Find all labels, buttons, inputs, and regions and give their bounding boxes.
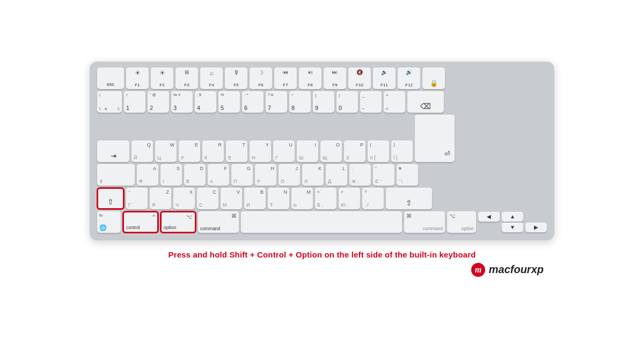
key-l[interactable]: L Д — [326, 164, 347, 186]
key-space[interactable] — [241, 211, 402, 233]
key-f[interactable]: F А — [208, 164, 229, 186]
key-backspace[interactable]: ⌫ — [407, 91, 444, 113]
key-arrow-up[interactable]: ▲ — [502, 212, 523, 222]
key-period[interactable]: > Ю . — [339, 188, 360, 209]
key-esc[interactable]: esc — [97, 68, 124, 89]
number-row: / ± \ § ! 1 " @ 2 № # 3 ; $ 4 % — [97, 91, 547, 113]
zxcv-row: ⇧ ~ Г ` Z Я X Ч C С V М B — [97, 188, 547, 209]
key-comma[interactable]: < Б , — [315, 188, 336, 209]
key-j[interactable]: J О — [279, 164, 300, 186]
key-shift-left[interactable]: ⇧ — [97, 188, 124, 209]
key-b[interactable]: B И — [244, 188, 266, 209]
key-p[interactable]: P З — [344, 141, 365, 162]
key-x[interactable]: X Ч — [173, 188, 195, 209]
key-f8[interactable]: ⏯ F8 — [299, 68, 321, 89]
key-0[interactable]: ) 0 — [336, 91, 358, 113]
key-grave[interactable]: ~ Г ` — [126, 188, 148, 209]
key-o[interactable]: O Щ — [320, 141, 342, 162]
brand-logo: m macfourxp — [471, 262, 544, 277]
key-u[interactable]: U Г — [273, 141, 295, 162]
key-e[interactable]: E У — [179, 141, 200, 162]
key-s[interactable]: S І — [160, 164, 182, 186]
key-f3[interactable]: ⊞ F3 — [175, 68, 198, 89]
key-d[interactable]: D В — [184, 164, 206, 186]
instruction-text: Press and hold Shift + Control + Option … — [168, 250, 475, 259]
brand-text: macfourxp — [489, 263, 544, 276]
key-arrow-left[interactable]: ◀ — [478, 212, 500, 222]
key-command-left[interactable]: ⌘ command — [198, 211, 239, 233]
key-caps[interactable]: ⇪ — [97, 164, 135, 186]
key-q[interactable]: Q Й — [131, 141, 153, 162]
key-quote[interactable]: " Є ' — [373, 164, 394, 186]
key-1[interactable]: ! 1 — [124, 91, 145, 113]
key-shift-right[interactable]: ⇧ — [386, 188, 432, 209]
key-f10[interactable]: 🔇 F10 — [348, 68, 371, 89]
key-6[interactable]: : ^ 6 — [242, 91, 264, 113]
key-9[interactable]: ( 9 — [313, 91, 334, 113]
key-arrow-down[interactable]: ▼ — [502, 223, 523, 232]
key-f7[interactable]: ⏮ F7 — [274, 68, 297, 89]
key-semicolon[interactable]: : Ж ; — [349, 164, 371, 186]
key-c[interactable]: C С — [197, 188, 218, 209]
key-f2[interactable]: ☀ F2 — [151, 68, 173, 89]
key-control[interactable]: ^ control — [123, 211, 158, 233]
key-3[interactable]: № # 3 — [171, 91, 193, 113]
key-bracketL[interactable]: { Х [ — [368, 141, 389, 162]
key-2[interactable]: " @ 2 — [148, 91, 169, 113]
key-f11[interactable]: 🔉 F11 — [373, 68, 396, 89]
key-option-right[interactable]: ⌥ option — [447, 211, 476, 233]
brand-row: m macfourxp — [90, 262, 554, 277]
key-backtick[interactable]: / ± \ § — [97, 91, 122, 113]
key-m[interactable]: M Ь — [291, 188, 313, 209]
key-z[interactable]: Z Я — [150, 188, 171, 209]
key-f4[interactable]: ⌕ F4 — [200, 68, 223, 89]
qwerty-row: ⇥ Q Й W Ц E У R К T Е Y — [97, 115, 547, 162]
key-8[interactable]: * 8 — [289, 91, 311, 113]
key-f1[interactable]: ☀ F1 — [126, 68, 149, 89]
key-h[interactable]: H Р — [255, 164, 276, 186]
key-4[interactable]: ; $ 4 — [195, 91, 216, 113]
key-w[interactable]: W Ц — [155, 141, 177, 162]
key-option-left[interactable]: ⌥ option — [160, 211, 196, 233]
key-y[interactable]: Y Н — [250, 141, 271, 162]
svg-text:m: m — [475, 265, 481, 274]
key-bracketR[interactable]: } Ї ] — [391, 141, 413, 162]
key-k[interactable]: K Л — [302, 164, 324, 186]
key-n[interactable]: N Т — [268, 188, 289, 209]
key-command-right[interactable]: ⌘ command — [404, 211, 445, 233]
key-backslash[interactable]: ə ' \ — [397, 164, 418, 186]
key-equals[interactable]: + = — [384, 91, 405, 113]
key-i[interactable]: I Ш — [297, 141, 318, 162]
brand-icon: m — [471, 262, 486, 277]
key-arrow-right[interactable]: ▶ — [525, 223, 547, 232]
asdf-row: ⇪ A Ф S І D В F А G П H — [97, 164, 547, 186]
key-f5[interactable]: 🎙 F5 — [225, 68, 247, 89]
key-fn[interactable]: fn 🌐 — [97, 211, 121, 233]
arrow-ud: ▲ ▼ — [502, 212, 523, 232]
key-minus[interactable]: _ − — [360, 91, 382, 113]
key-f6[interactable]: ☽ F6 — [250, 68, 272, 89]
key-v[interactable]: V М — [221, 188, 242, 209]
key-f12[interactable]: 🔊 F12 — [398, 68, 420, 89]
function-row: esc ☀ F1 ☀ F2 ⊞ F3 ⌕ F4 🎙 F5 — [97, 68, 547, 89]
key-lock[interactable]: 🔒 — [422, 68, 445, 89]
keyboard-wrapper: esc ☀ F1 ☀ F2 ⊞ F3 ⌕ F4 🎙 F5 — [90, 61, 554, 277]
key-r[interactable]: R К — [202, 141, 224, 162]
key-7[interactable]: ? & 7 — [266, 91, 287, 113]
key-t[interactable]: T Е — [226, 141, 247, 162]
key-slash[interactable]: ? . / — [362, 188, 384, 209]
arrow-cluster: ◀ ▲ ▼ ▶ — [478, 212, 547, 232]
keyboard-body: esc ☀ F1 ☀ F2 ⊞ F3 ⌕ F4 🎙 F5 — [90, 61, 554, 240]
bottom-row: fn 🌐 ^ control ⌥ option ⌘ command ⌘ comm… — [97, 211, 547, 233]
key-f9[interactable]: ⏭ F9 — [324, 68, 346, 89]
key-g[interactable]: G П — [231, 164, 253, 186]
key-5[interactable]: % 5 — [218, 91, 240, 113]
key-enter[interactable]: ⏎ — [415, 115, 455, 162]
key-tab[interactable]: ⇥ — [97, 141, 129, 162]
key-a[interactable]: A Ф — [137, 164, 158, 186]
